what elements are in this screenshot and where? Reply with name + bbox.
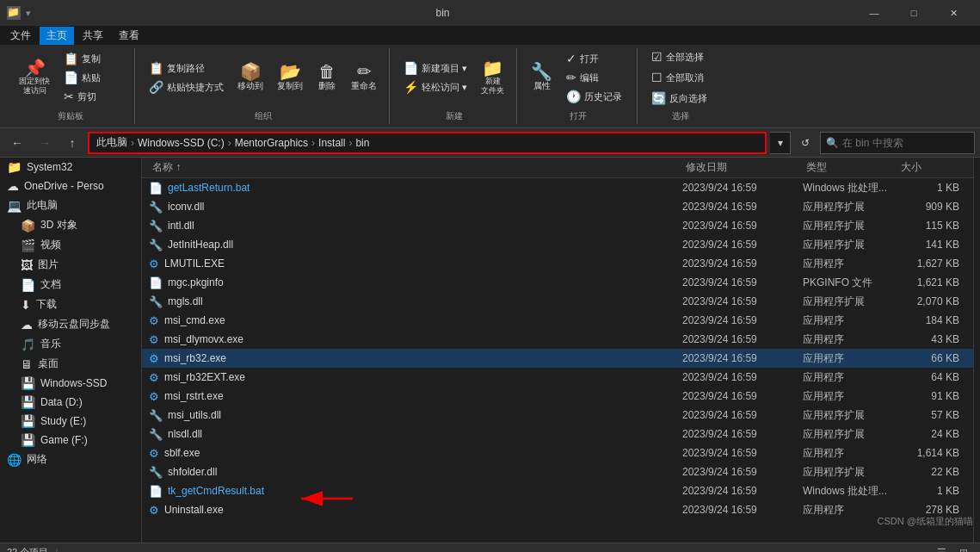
table-row[interactable]: 🔧 msi_utils.dll 2023/9/24 16:59 应用程序扩展 5… [142,406,973,425]
deselect-all-icon: ☐ [651,71,663,84]
sidebar-item[interactable]: ⬇下载 [0,295,141,314]
maximize-button[interactable]: □ [894,0,934,26]
menu-share[interactable]: 共享 [76,27,110,45]
sidebar-item[interactable]: 💾Study (E:) [0,412,141,431]
table-row[interactable]: ⚙ msi_rstrt.exe 2023/9/24 16:59 应用程序 91 … [142,387,973,406]
path-bin[interactable]: bin [355,137,369,149]
rename-button[interactable]: ✏ 重命名 [346,59,382,96]
easy-access-button[interactable]: ⚡ 轻松访问 ▾ [398,78,472,96]
history-label: 历史记录 [584,90,622,103]
sidebar-item[interactable]: ☁移动云盘同步盘 [0,314,141,334]
sidebar-icon: ⬇ [21,298,31,312]
new-item-label: 新建项目 ▾ [422,62,467,75]
open-button[interactable]: ✓ 打开 [561,50,630,67]
menu-file[interactable]: 文件 [3,27,38,45]
sidebar-item[interactable]: 🎵音乐 [0,334,141,354]
sidebar-item[interactable]: ☁OneDrive - Perso [0,177,141,195]
invert-selection-button[interactable]: 🔄 反向选择 [646,90,715,107]
minimize-button[interactable]: — [854,0,894,26]
col-header-type[interactable]: 类型 [803,160,897,175]
file-size-cell: 2,070 KB [897,295,966,307]
sidebar-item[interactable]: 💾Data (D:) [0,393,141,412]
file-size-cell: 1,621 KB [897,276,966,288]
cut-button[interactable]: ✂ 剪切 [59,88,127,105]
table-row[interactable]: ⚙ msi_dlymovx.exe 2023/9/24 16:59 应用程序 4… [142,330,973,349]
pin-to-quick-access-button[interactable]: 📌 固定到快速访问 [14,56,55,99]
edit-button[interactable]: ✏ 编辑 [561,69,630,86]
status-separator: | [55,547,58,553]
address-dropdown[interactable]: ▾ [770,132,791,154]
table-row[interactable]: ⚙ sblf.exe 2023/9/24 16:59 应用程序 1,614 KB [142,443,973,462]
paste-button[interactable]: 📄 粘贴 [59,69,127,86]
sidebar-item[interactable]: 📦3D 对象 [0,215,141,235]
col-header-name[interactable]: 名称 ↑ [149,160,682,175]
file-date-cell: 2023/9/24 16:59 [682,295,803,307]
refresh-button[interactable]: ↺ [794,132,817,154]
window-title: bin [36,7,849,19]
table-row[interactable]: ⚙ msi_rb32.exe 2023/9/24 16:59 应用程序 66 K… [142,349,973,368]
file-date-cell: 2023/9/24 16:59 [682,428,803,440]
table-row[interactable]: ⚙ msi_cmd.exe 2023/9/24 16:59 应用程序 184 K… [142,311,973,330]
address-path[interactable]: 此电脑 › Windows-SSD (C:) › MentorGraphics … [88,132,767,154]
paste-shortcut-button[interactable]: 🔗 粘贴快捷方式 [144,78,229,96]
file-icon: 🔧 [149,295,163,308]
close-button[interactable]: ✕ [934,0,973,26]
table-row[interactable]: 🔧 mgls.dll 2023/9/24 16:59 应用程序扩展 2,070 … [142,292,973,311]
move-to-button[interactable]: 📦 移动到 [232,59,268,96]
menu-home[interactable]: 主页 [40,27,74,45]
list-view-button[interactable]: ☰ [932,545,951,553]
file-name-cell: ⚙ sblf.exe [149,447,682,460]
sidebar-item[interactable]: 🌐网络 [0,450,141,469]
table-row[interactable]: 📄 getLastReturn.bat 2023/9/24 16:59 Wind… [142,178,973,197]
new-folder-button[interactable]: 📁 新建文件夹 [476,56,509,99]
history-button[interactable]: 🕐 历史记录 [561,88,630,105]
sidebar-item[interactable]: 🖥桌面 [0,354,141,374]
copy-button[interactable]: 📋 复制 [59,50,127,67]
up-button[interactable]: ↑ [60,132,84,154]
table-row[interactable]: 🔧 nlsdl.dll 2023/9/24 16:59 应用程序扩展 24 KB [142,425,973,443]
path-drive[interactable]: Windows-SSD (C:) [138,137,225,149]
col-header-date[interactable]: 修改日期 [682,160,803,175]
sidebar-item[interactable]: 📄文档 [0,275,141,295]
delete-button[interactable]: 🗑 删除 [311,59,342,96]
copy-path-button[interactable]: 📋 复制路径 [144,59,229,77]
copy-to-button[interactable]: 📂 复制到 [272,59,308,96]
file-size-cell: 184 KB [897,314,966,326]
file-icon: 🔧 [149,466,163,479]
table-row[interactable]: 🔧 shfolder.dll 2023/9/24 16:59 应用程序扩展 22… [142,462,973,481]
sidebar-item[interactable]: 💻此电脑 [0,195,141,215]
search-box[interactable]: 🔍 [820,132,975,154]
deselect-all-button[interactable]: ☐ 全部取消 [646,69,715,86]
table-row[interactable]: ⚙ Uninstall.exe 2023/9/24 16:59 应用程序 278… [142,500,973,519]
table-row[interactable]: ⚙ msi_rb32EXT.exe 2023/9/24 16:59 应用程序 6… [142,368,973,387]
sidebar-item[interactable]: 💾Game (F:) [0,431,141,450]
file-name-cell: 🔧 shfolder.dll [149,466,682,479]
properties-button[interactable]: 🔧 属性 [526,59,558,96]
sidebar-item[interactable]: 🎬视频 [0,235,141,255]
back-button[interactable]: ← [5,132,29,154]
grid-view-button[interactable]: ⊞ [954,545,973,553]
table-row[interactable]: 📄 tk_getCmdResult.bat 2023/9/24 16:59 Wi… [142,481,973,500]
forward-button[interactable]: → [33,132,57,154]
path-computer[interactable]: 此电脑 [96,135,127,150]
table-row[interactable]: 🔧 intl.dll 2023/9/24 16:59 应用程序扩展 115 KB [142,216,973,235]
file-icon: ⚙ [149,390,159,403]
file-type-cell: 应用程序扩展 [803,465,897,480]
path-install[interactable]: Install [318,137,345,149]
ribbon-group-organize: 📋 复制路径 🔗 粘贴快捷方式 📦 移动到 📂 [137,48,390,124]
col-header-size[interactable]: 大小 [897,160,966,175]
path-mentor[interactable]: MentorGraphics [235,137,308,149]
table-row[interactable]: 📄 mgc.pkginfo 2023/9/24 16:59 PKGINFO 文件… [142,273,973,292]
invert-selection-label: 反向选择 [669,92,707,105]
search-input[interactable] [842,137,971,149]
select-all-button[interactable]: ☑ 全部选择 [646,48,715,65]
menu-view[interactable]: 查看 [112,27,146,45]
sidebar-item[interactable]: 📁System32 [0,158,141,177]
sidebar-item[interactable]: 💾Windows-SSD [0,374,141,393]
new-item-button[interactable]: 📄 新建项目 ▾ [398,59,472,77]
table-row[interactable]: 🔧 JetInitHeap.dll 2023/9/24 16:59 应用程序扩展… [142,235,973,254]
sidebar-item[interactable]: 🖼图片 [0,255,141,275]
app-window: 📁 ▾ bin — □ ✕ 文件 主页 共享 查看 📌 固定到快速访问 [0,0,980,552]
table-row[interactable]: 🔧 iconv.dll 2023/9/24 16:59 应用程序扩展 909 K… [142,197,973,216]
table-row[interactable]: ⚙ LMUTIL.EXE 2023/9/24 16:59 应用程序 1,627 … [142,254,973,273]
